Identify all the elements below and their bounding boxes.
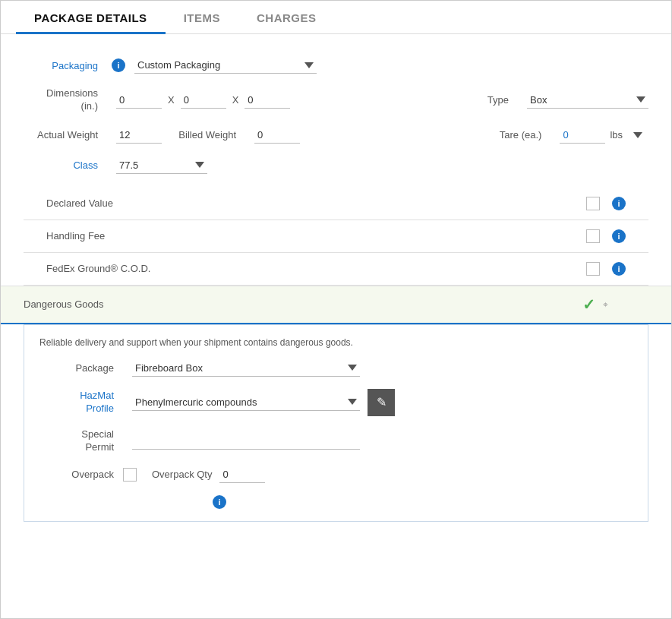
dangerous-goods-section: Reliable delivery and support when your … <box>24 324 648 522</box>
class-label: Class <box>24 159 107 171</box>
main-container: PACKAGE DETAILS ITEMS CHARGES Packaging … <box>0 0 672 619</box>
packaging-dropdown-icon <box>304 62 314 68</box>
dimensions-row: Dimensions(in.) X X Type Box <box>24 87 648 113</box>
dangerous-goods-row: Dangerous Goods ✓ ⌖ <box>1 286 671 324</box>
fedex-cod-row: FedEx Ground® C.O.D. i <box>24 253 648 286</box>
dg-overpack-qty-input[interactable] <box>219 466 265 483</box>
type-dropdown-icon <box>636 96 645 103</box>
declared-value-label: Declared Value <box>24 197 122 209</box>
dg-overpack-info-icon[interactable]: i <box>213 495 226 509</box>
class-value: 77.5 <box>119 159 191 171</box>
dg-package-dropdown-icon <box>348 365 357 371</box>
dangerous-goods-checkmark[interactable]: ✓ <box>582 295 595 314</box>
packaging-select[interactable]: Custom Packaging <box>134 57 317 74</box>
declared-value-row: Declared Value i <box>24 188 648 220</box>
dg-hazmat-select[interactable]: Phenylmercuric compounds <box>132 394 360 411</box>
class-select[interactable]: 77.5 <box>116 157 207 174</box>
handling-fee-row: Handling Fee i <box>24 220 648 253</box>
packaging-value: Custom Packaging <box>137 59 300 71</box>
dg-overpack-checkbox[interactable] <box>123 468 137 482</box>
dangerous-goods-label: Dangerous Goods <box>24 298 122 310</box>
weight-row: Actual Weight Billed Weight Tare (ea.) l… <box>24 127 648 144</box>
dg-hazmat-label: HazMatProfile <box>39 390 123 415</box>
tare-input[interactable] <box>560 127 605 144</box>
dg-package-value: Fibreboard Box <box>135 362 343 374</box>
dg-hazmat-dropdown-icon <box>348 399 357 405</box>
packaging-label: Packaging <box>24 60 107 71</box>
declared-value-checkbox[interactable] <box>586 197 600 210</box>
fedex-cod-info-icon[interactable]: i <box>612 262 626 276</box>
tabs-bar: PACKAGE DETAILS ITEMS CHARGES <box>1 1 671 34</box>
x-separator-1: X <box>168 94 175 106</box>
dg-hazmat-value: Phenylmercuric compounds <box>135 396 343 408</box>
type-select[interactable]: Box <box>527 92 648 109</box>
content-area: Packaging i Custom Packaging Dimensions(… <box>1 34 671 618</box>
tab-items[interactable]: ITEMS <box>166 1 238 34</box>
type-label: Type <box>480 94 518 106</box>
packaging-row: Packaging i Custom Packaging <box>24 57 648 74</box>
dg-overpack-row: Overpack Overpack Qty <box>39 466 633 483</box>
billed-weight-label: Billed Weight <box>162 129 245 141</box>
declared-value-info-icon[interactable]: i <box>612 197 626 210</box>
dg-edit-button[interactable]: ✎ <box>368 389 395 416</box>
dg-hazmat-row: HazMatProfile Phenylmercuric compounds ✎ <box>39 389 633 416</box>
packaging-info-icon[interactable]: i <box>112 58 125 72</box>
dg-overpack-info-row: i <box>39 495 633 509</box>
handling-fee-label: Handling Fee <box>24 230 122 242</box>
type-value: Box <box>530 94 632 106</box>
class-dropdown-icon <box>195 162 204 168</box>
dg-special-permit-label: SpecialPermit <box>39 428 123 454</box>
dg-package-select[interactable]: Fibreboard Box <box>132 360 360 377</box>
actual-weight-label: Actual Weight <box>24 129 107 141</box>
x-separator-2: X <box>232 94 239 106</box>
dim-y-input[interactable] <box>181 92 226 109</box>
dg-special-permit-row: SpecialPermit <box>39 428 633 454</box>
dg-special-permit-input[interactable] <box>132 433 360 450</box>
actual-weight-input[interactable] <box>116 127 162 144</box>
tab-charges[interactable]: CHARGES <box>238 1 335 34</box>
fedex-cod-checkbox[interactable] <box>586 262 600 276</box>
tab-package-details[interactable]: PACKAGE DETAILS <box>16 1 166 34</box>
billed-weight-input[interactable] <box>254 127 300 144</box>
dg-package-label: Package <box>39 362 123 374</box>
dim-x-input[interactable] <box>116 92 162 109</box>
handling-fee-checkbox[interactable] <box>586 229 600 243</box>
tare-unit-label: lbs <box>610 129 623 141</box>
tare-unit-select[interactable] <box>626 130 648 141</box>
tare-dropdown-icon <box>633 132 642 138</box>
dimensions-label: Dimensions(in.) <box>24 87 107 113</box>
dim-z-input[interactable] <box>245 92 290 109</box>
class-row: Class 77.5 <box>24 157 648 174</box>
dg-overpack-label: Overpack <box>39 469 123 480</box>
tare-label: Tare (ea.) <box>490 129 551 141</box>
dg-package-row: Package Fibreboard Box <box>39 360 633 377</box>
handling-fee-info-icon[interactable]: i <box>612 229 626 243</box>
dg-description: Reliable delivery and support when your … <box>39 337 633 348</box>
dg-overpack-qty-label: Overpack Qty <box>152 469 212 480</box>
fedex-cod-label: FedEx Ground® C.O.D. <box>24 263 150 274</box>
